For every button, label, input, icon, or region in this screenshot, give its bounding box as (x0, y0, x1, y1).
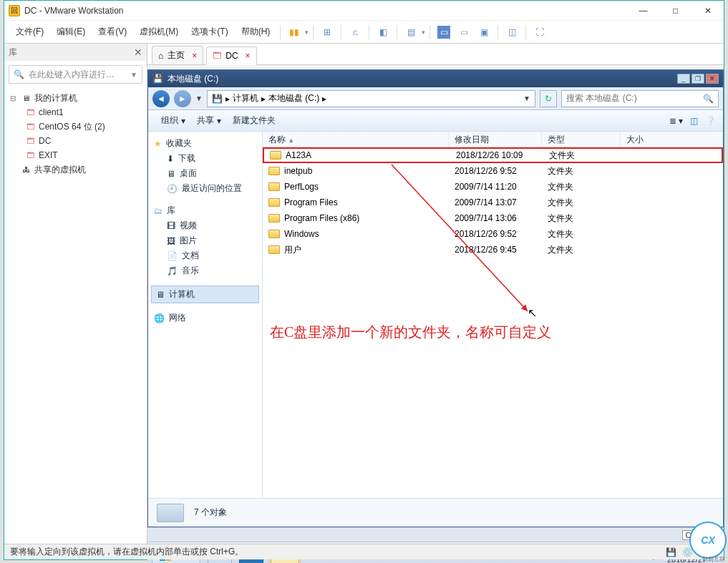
tab-dc[interactable]: 🗔 DC × (206, 46, 256, 65)
dropdown-icon[interactable]: ▼ (130, 71, 137, 79)
nav-favorites[interactable]: ★收藏夹 (151, 136, 259, 151)
exp-maximize-button[interactable]: ❐ (691, 74, 704, 84)
minimize-button[interactable]: — (627, 1, 659, 21)
maximize-button[interactable]: □ (659, 1, 691, 21)
library-title: 库 (9, 46, 17, 59)
window-title: DC - VMware Workstation (24, 6, 123, 16)
library-search[interactable]: 🔍 在此处键入内容进行… ▼ (9, 65, 142, 84)
tab-home[interactable]: ⌂ 主页 × (152, 46, 203, 64)
pause-icon[interactable]: ▮▮ (288, 26, 301, 39)
nav-downloads[interactable]: ⬇下载 (151, 151, 259, 166)
explorer-search[interactable]: 搜索 本地磁盘 (C:) 🔍 (561, 90, 719, 107)
picture-icon: 🖼 (167, 236, 175, 246)
snapshot-icon[interactable]: ⊞ (321, 26, 334, 39)
device-disk-icon[interactable]: 💾 (666, 547, 676, 557)
tree-my-computer[interactable]: ⊟ 🖥 我的计算机 (7, 91, 144, 105)
tree-item-centos[interactable]: 🗔 CentOS 64 位 (2) (7, 119, 144, 134)
nav-recent[interactable]: 🕘最近访问的位置 (151, 181, 259, 196)
nav-back-button[interactable]: ◄ (152, 90, 170, 107)
vmware-statusbar: 要将输入定向到该虚拟机，请在虚拟机内部单击或按 Ctrl+G。 💾 💿 🖧 ⑂ (4, 544, 724, 559)
tab-close-icon[interactable]: × (192, 51, 197, 61)
nav-documents[interactable]: 📄文档 (151, 248, 259, 263)
thumbnail-icon[interactable]: ▤ (404, 26, 417, 39)
tree-item-dc[interactable]: 🗔 DC (7, 134, 144, 148)
menu-view[interactable]: 查看(V) (92, 23, 132, 41)
menu-vm[interactable]: 虚拟机(M) (134, 23, 184, 41)
tree-shared-vms[interactable]: 🖧 共享的虚拟机 (7, 162, 144, 177)
file-row[interactable]: Windows 2018/12/26 9:52 文件夹 (263, 226, 723, 242)
organize-button[interactable]: 组织 ▾ (155, 112, 191, 129)
fullscreen-icon[interactable]: ⛶ (533, 26, 546, 39)
annotation-text: 在C盘里添加一个新的文件夹，名称可自定义 (270, 323, 551, 342)
document-icon: 📄 (167, 251, 178, 261)
folder-icon (268, 230, 280, 238)
tab-close-icon[interactable]: × (246, 51, 251, 61)
file-row[interactable]: inetpub 2018/12/26 9:52 文件夹 (263, 163, 723, 179)
view-mode-button[interactable]: ≣ ▾ (669, 116, 683, 126)
file-row[interactable]: Program Files (x86) 2009/7/14 13:06 文件夹 (263, 210, 723, 226)
menu-help[interactable]: 帮助(H) (236, 23, 276, 41)
tree-item-exit[interactable]: 🗔 EXIT (7, 148, 144, 162)
file-row-a123a[interactable]: A123A 2018/12/26 10:09 文件夹 (263, 147, 723, 163)
library-close-icon[interactable]: ✕ (134, 46, 142, 58)
tree-item-client1[interactable]: 🗔 client1 (7, 105, 144, 119)
help-button[interactable]: ❔ (705, 116, 716, 126)
col-size[interactable]: 大小 (621, 132, 723, 147)
col-date[interactable]: 修改日期 (449, 132, 542, 147)
right-pane: ⌂ 主页 × 🗔 DC × 💾 本地磁盘 (C:) (147, 44, 724, 559)
search-icon: 🔍 (703, 94, 714, 104)
newfolder-button[interactable]: 新建文件夹 (227, 112, 281, 129)
vm-icon: 🗔 (213, 51, 221, 61)
nav-network[interactable]: 🌐网络 (151, 310, 259, 325)
nav-fwd-button[interactable]: ► (174, 90, 191, 107)
cx-logo: CX (689, 522, 727, 559)
close-button[interactable]: ✕ (691, 1, 724, 21)
shared-icon: 🖧 (20, 165, 31, 175)
nav-libraries[interactable]: 🗂库 (151, 203, 259, 218)
vm-icon: 🗔 (24, 122, 36, 132)
explorer-addressbar: ◄ ► ▼ 💾 ▸ 计算机 ▸ 本地磁盘 (C:) ▸ ▼ ↻ (148, 87, 723, 110)
nav-music[interactable]: 🎵音乐 (151, 263, 259, 278)
view2-icon[interactable]: ▭ (457, 26, 470, 39)
explorer-title: 本地磁盘 (C:) (168, 73, 218, 85)
refresh-button[interactable]: ↻ (540, 90, 557, 107)
file-row[interactable]: Program Files 2009/7/14 13:07 文件夹 (263, 195, 723, 210)
nav-computer[interactable]: 🖥计算机 (151, 285, 259, 303)
guest-lang-bar: CH ≡ ? (147, 527, 724, 542)
share-button[interactable]: 共享 ▾ (191, 112, 227, 129)
preview-pane-button[interactable]: ◫ (690, 116, 698, 126)
manage-icon[interactable]: ◧ (377, 26, 389, 39)
search-placeholder: 搜索 本地磁盘 (C:) (566, 92, 637, 104)
view1-icon[interactable]: ▭ (437, 26, 450, 39)
vm-icon: 🗔 (24, 150, 36, 160)
download-icon: ⬇ (167, 154, 174, 164)
menu-tabs[interactable]: 选项卡(T) (185, 23, 233, 41)
view3-icon[interactable]: ▣ (477, 26, 490, 39)
explorer-titlebar[interactable]: 💾 本地磁盘 (C:) _ ❐ ✕ (148, 70, 723, 87)
file-row[interactable]: PerfLogs 2009/7/14 11:20 文件夹 (263, 179, 723, 195)
guest-screen[interactable]: 💾 本地磁盘 (C:) _ ❐ ✕ ◄ ► ▼ (147, 69, 724, 559)
nav-videos[interactable]: 🎞视频 (151, 218, 259, 233)
file-row[interactable]: 用户 2018/12/26 9:45 文件夹 (263, 242, 723, 258)
library-search-placeholder: 在此处键入内容进行… (29, 69, 115, 81)
monitor-icon: 🖥 (20, 93, 31, 103)
exp-close-button[interactable]: ✕ (706, 74, 719, 84)
exp-minimize-button[interactable]: _ (677, 74, 690, 84)
search-icon: 🔍 (14, 69, 24, 79)
object-count: 7 个对象 (194, 506, 227, 519)
nav-desktop[interactable]: 🖥桌面 (151, 166, 259, 181)
col-name[interactable]: 名称 ▲ (263, 132, 449, 147)
menu-edit[interactable]: 编辑(E) (51, 23, 91, 41)
nav-pictures[interactable]: 🖼图片 (151, 233, 259, 248)
video-icon: 🎞 (167, 221, 175, 231)
revert-icon[interactable]: ⎌ (349, 26, 361, 39)
col-type[interactable]: 类型 (542, 132, 621, 147)
library-icon: 🗂 (154, 206, 162, 216)
collapse-icon[interactable]: ⊟ (10, 94, 17, 102)
file-list: 名称 ▲ 修改日期 类型 大小 A123A 2018/12/26 10:09 文… (263, 132, 723, 498)
unity-icon[interactable]: ◫ (505, 26, 518, 39)
address-input[interactable]: 💾 ▸ 计算机 ▸ 本地磁盘 (C:) ▸ ▼ (207, 90, 535, 107)
cx-brand-text: 创新互联 (702, 555, 725, 563)
library-tree: ⊟ 🖥 我的计算机 🗔 client1 🗔 CentOS 64 位 (2) 🗔 … (4, 88, 147, 559)
menu-file[interactable]: 文件(F) (10, 23, 49, 41)
